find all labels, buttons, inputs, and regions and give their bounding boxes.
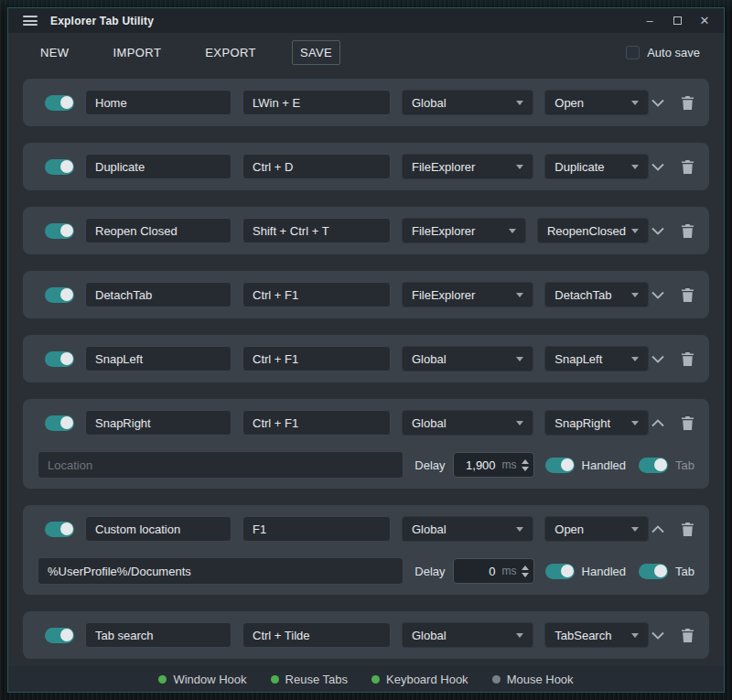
- scope-dropdown[interactable]: Global: [402, 622, 533, 648]
- scope-dropdown[interactable]: Global: [402, 410, 533, 436]
- hotkey-input[interactable]: [242, 622, 391, 648]
- location-input[interactable]: [38, 557, 404, 585]
- name-input[interactable]: [85, 90, 231, 115]
- minimize-button[interactable]: –: [643, 15, 656, 27]
- auto-save-checkbox[interactable]: [626, 46, 640, 59]
- save-button[interactable]: SAVE: [292, 40, 340, 65]
- chevron-down-icon: [631, 293, 639, 297]
- name-input[interactable]: [85, 282, 231, 307]
- hotkey-input[interactable]: [242, 282, 391, 307]
- name-input[interactable]: [85, 410, 231, 436]
- action-dropdown[interactable]: DetachTab: [544, 282, 649, 307]
- action-dropdown[interactable]: ReopenClosed: [537, 218, 649, 243]
- enabled-toggle[interactable]: [45, 522, 74, 537]
- tab-toggle[interactable]: [639, 458, 668, 473]
- chevron-down-icon: [516, 421, 523, 425]
- hotkey-input[interactable]: [242, 90, 391, 115]
- scope-dropdown[interactable]: FileExplorer: [402, 282, 533, 307]
- hotkey-row-detach-tab: FileExplorer DetachTab: [23, 271, 709, 318]
- hotkey-input[interactable]: [242, 410, 391, 436]
- hamburger-menu-icon[interactable]: [23, 16, 38, 26]
- chevron-down-icon: [651, 163, 664, 171]
- tab-toggle[interactable]: [639, 564, 668, 579]
- handled-toggle[interactable]: [545, 564, 575, 579]
- delete-button[interactable]: [678, 520, 696, 538]
- handled-label: Handled: [582, 458, 626, 472]
- expand-button[interactable]: [649, 93, 667, 112]
- delay-stepper[interactable]: 1,900 ms: [453, 452, 534, 478]
- delete-button[interactable]: [678, 221, 696, 240]
- enabled-toggle[interactable]: [45, 415, 74, 431]
- expand-button[interactable]: [649, 626, 667, 644]
- handled-toggle[interactable]: [545, 458, 575, 473]
- action-dropdown[interactable]: TabSearch: [544, 622, 649, 648]
- auto-save-control[interactable]: Auto save: [626, 46, 700, 59]
- scope-dropdown[interactable]: Global: [402, 90, 533, 115]
- collapse-button[interactable]: [649, 520, 667, 538]
- action-dropdown[interactable]: Open: [544, 516, 649, 542]
- action-dropdown[interactable]: Open: [544, 90, 649, 115]
- trash-icon: [682, 288, 694, 302]
- spin-down-icon[interactable]: [522, 467, 529, 471]
- enabled-toggle[interactable]: [45, 223, 74, 239]
- delete-button[interactable]: [678, 93, 696, 112]
- enabled-toggle[interactable]: [45, 351, 74, 367]
- maximize-button[interactable]: [671, 15, 684, 27]
- new-button[interactable]: NEW: [32, 40, 78, 65]
- trash-icon: [682, 629, 694, 642]
- enabled-toggle[interactable]: [45, 628, 74, 643]
- scope-dropdown[interactable]: Global: [402, 346, 533, 372]
- name-input[interactable]: [85, 154, 231, 179]
- delay-value[interactable]: 1,900: [461, 458, 496, 472]
- delete-button[interactable]: [678, 350, 696, 368]
- hotkey-input[interactable]: [242, 516, 391, 542]
- action-dropdown[interactable]: SnapLeft: [544, 346, 649, 372]
- expand-button[interactable]: [649, 157, 667, 176]
- name-input[interactable]: [85, 218, 231, 243]
- hotkey-row-duplicate: FileExplorer Duplicate: [23, 143, 709, 190]
- close-button[interactable]: ✕: [698, 15, 711, 27]
- hotkey-input[interactable]: [242, 218, 391, 243]
- import-button[interactable]: IMPORT: [105, 40, 170, 65]
- delete-button[interactable]: [678, 157, 696, 176]
- name-input[interactable]: [85, 346, 231, 372]
- scope-dropdown[interactable]: Global: [402, 516, 533, 542]
- action-dropdown[interactable]: Duplicate: [544, 154, 649, 179]
- delay-stepper[interactable]: 0 ms: [453, 558, 534, 584]
- spin-up-icon[interactable]: [522, 565, 529, 570]
- chevron-down-icon: [516, 293, 523, 297]
- delay-label: Delay: [414, 458, 445, 472]
- chevron-down-icon: [651, 99, 664, 107]
- enabled-toggle[interactable]: [45, 287, 74, 303]
- trash-icon: [682, 96, 694, 110]
- spinner-buttons[interactable]: [522, 459, 529, 471]
- enabled-toggle[interactable]: [45, 95, 74, 111]
- export-button[interactable]: EXPORT: [197, 40, 264, 65]
- delete-button[interactable]: [678, 414, 696, 432]
- hotkey-input[interactable]: [242, 346, 391, 372]
- expand-button[interactable]: [649, 350, 667, 368]
- expand-button[interactable]: [649, 285, 667, 304]
- chevron-down-icon: [631, 229, 639, 233]
- enabled-toggle[interactable]: [45, 159, 74, 175]
- delete-button[interactable]: [678, 285, 696, 304]
- name-input[interactable]: [85, 622, 231, 648]
- spinner-buttons[interactable]: [522, 565, 529, 577]
- spin-up-icon[interactable]: [522, 459, 529, 464]
- expand-button[interactable]: [649, 221, 667, 240]
- hotkey-row-tab-search: Global TabSearch: [23, 611, 709, 659]
- delete-button[interactable]: [678, 626, 696, 644]
- scope-dropdown[interactable]: FileExplorer: [402, 218, 526, 243]
- action-dropdown[interactable]: SnapRight: [544, 410, 649, 436]
- name-input[interactable]: [85, 516, 231, 542]
- status-dot-icon: [271, 675, 279, 684]
- status-bar: Window Hook Reuse Tabs Keyboard Hook Mou…: [8, 666, 724, 692]
- collapse-button[interactable]: [649, 414, 667, 432]
- spin-down-icon[interactable]: [522, 573, 529, 577]
- hotkey-input[interactable]: [242, 154, 391, 179]
- status-reuse-tabs: Reuse Tabs: [271, 673, 348, 686]
- location-input[interactable]: [38, 451, 404, 479]
- scope-dropdown[interactable]: FileExplorer: [402, 154, 533, 179]
- chevron-down-icon: [631, 421, 639, 425]
- delay-value[interactable]: 0: [461, 565, 496, 578]
